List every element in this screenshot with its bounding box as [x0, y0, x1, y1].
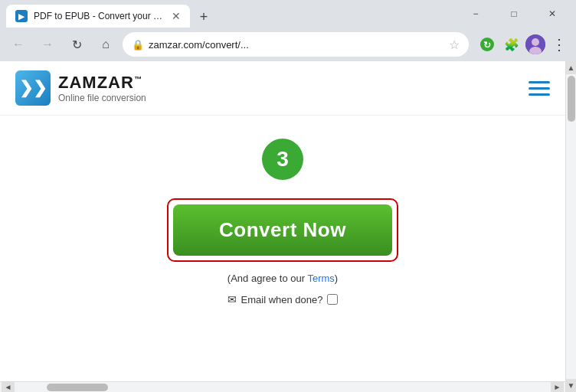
hamburger-line-3 — [529, 93, 550, 96]
page-content: ❯❯ ZAMZAR™ Online file conversion — [0, 61, 565, 392]
tab-bar: ▶ PDF to EPUB - Convert your PDF ✕ + — [6, 0, 452, 28]
browser-frame: ▶ PDF to EPUB - Convert your PDF ✕ + − □… — [0, 0, 576, 392]
scroll-thumb-horizontal[interactable] — [47, 384, 108, 391]
logo-tm: ™ — [134, 75, 142, 83]
url-bar[interactable]: 🔒 zamzar.com/convert/... ☆ — [123, 32, 469, 57]
convert-button-wrapper: Convert Now — [167, 198, 398, 262]
address-bar: ← → ↻ ⌂ 🔒 zamzar.com/convert/... ☆ ↻ 🧩 — [0, 28, 576, 61]
puzzle-icon[interactable]: 🧩 — [501, 34, 522, 55]
tab-title: PDF to EPUB - Convert your PDF — [34, 11, 165, 21]
forward-button[interactable]: → — [35, 32, 60, 57]
logo-chevron: ❯❯ — [19, 78, 47, 98]
close-window-button[interactable]: ✕ — [535, 2, 570, 25]
convert-now-button[interactable]: Convert Now — [173, 204, 392, 256]
scroll-left-button[interactable]: ◄ — [2, 382, 15, 393]
refresh-ext-icon[interactable]: ↻ — [476, 34, 498, 55]
logo-name: ZAMZAR™ — [58, 73, 146, 93]
terms-text: (And agree to our Terms) — [227, 273, 338, 284]
scroll-right-button[interactable]: ► — [551, 382, 564, 393]
tab-favicon: ▶ — [15, 10, 28, 22]
logo-area: ❯❯ ZAMZAR™ Online file conversion — [15, 70, 146, 106]
hamburger-menu[interactable] — [529, 81, 550, 96]
extension-icons: ↻ 🧩 ⋮ — [476, 34, 570, 55]
lock-icon: 🔒 — [132, 39, 144, 51]
minimize-button[interactable]: − — [458, 2, 493, 25]
email-label: Email when done? — [241, 294, 323, 305]
browser-menu-button[interactable]: ⋮ — [548, 34, 570, 55]
content-wrapper: ❯❯ ZAMZAR™ Online file conversion — [0, 61, 576, 392]
tab-close-button[interactable]: ✕ — [172, 10, 181, 22]
scroll-track-horizontal — [16, 384, 549, 391]
logo-icon: ❯❯ — [15, 70, 51, 106]
logo-sub: Online file conversion — [58, 93, 146, 103]
title-bar: ▶ PDF to EPUB - Convert your PDF ✕ + − □… — [0, 0, 576, 28]
window-controls: − □ ✕ — [458, 2, 570, 25]
site-navbar: ❯❯ ZAMZAR™ Online file conversion — [0, 61, 565, 116]
scroll-up-button[interactable]: ▲ — [566, 61, 577, 74]
svg-point-5 — [532, 38, 539, 46]
logo-text-area: ZAMZAR™ Online file conversion — [58, 73, 146, 103]
email-row: ✉ Email when done? — [227, 293, 339, 305]
back-button[interactable]: ← — [6, 32, 31, 57]
bookmark-icon[interactable]: ☆ — [449, 38, 460, 52]
new-tab-button[interactable]: + — [193, 6, 214, 28]
scrollbar-bottom: ◄ ► — [0, 381, 565, 392]
email-checkbox[interactable] — [327, 294, 338, 305]
terms-suffix: ) — [335, 273, 338, 284]
reload-button[interactable]: ↻ — [64, 32, 89, 57]
scroll-down-button[interactable]: ▼ — [566, 379, 577, 392]
svg-text:▶: ▶ — [18, 12, 25, 21]
scrollbar-right: ▲ ▼ — [565, 61, 576, 392]
hamburger-line-2 — [529, 87, 550, 90]
browser-tab[interactable]: ▶ PDF to EPUB - Convert your PDF ✕ — [6, 5, 190, 28]
email-icon: ✉ — [227, 293, 237, 305]
main-area: 3 Convert Now (And agree to our Terms) ✉… — [0, 116, 565, 381]
hamburger-line-1 — [529, 81, 550, 83]
terms-link[interactable]: Terms — [307, 273, 334, 284]
avatar[interactable] — [525, 34, 545, 54]
maximize-button[interactable]: □ — [496, 2, 532, 25]
svg-text:↻: ↻ — [483, 40, 491, 51]
scroll-track-vertical — [566, 74, 576, 379]
url-text: zamzar.com/convert/... — [149, 39, 444, 51]
terms-prefix: (And agree to our — [227, 273, 308, 284]
scroll-thumb-vertical[interactable] — [568, 76, 575, 122]
home-button[interactable]: ⌂ — [93, 32, 118, 57]
step-circle: 3 — [262, 139, 303, 180]
